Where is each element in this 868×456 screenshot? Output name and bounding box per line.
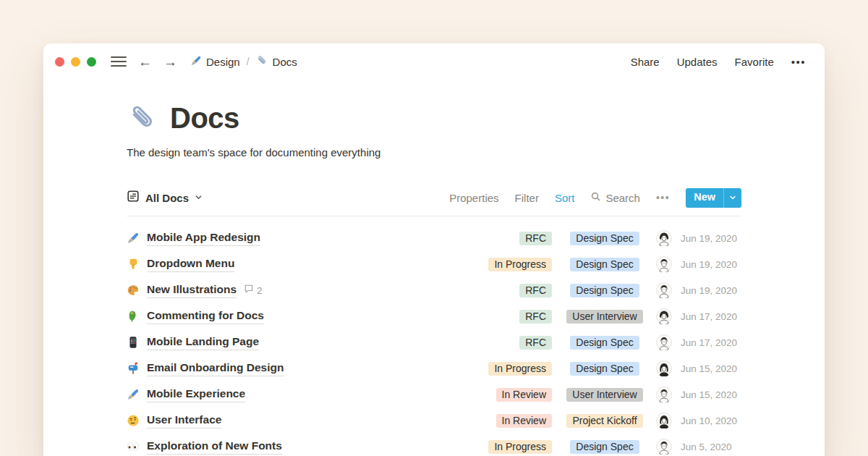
doc-title[interactable]: Dropdown Menu bbox=[147, 257, 234, 272]
doc-title[interactable]: User Interface bbox=[147, 413, 221, 428]
view-toolbar: All Docs Properties Filter Sort Search bbox=[127, 186, 741, 209]
paintbrush-icon bbox=[190, 55, 202, 69]
doc-list-icon bbox=[127, 190, 140, 206]
search-icon bbox=[590, 191, 601, 205]
doc-title[interactable]: Mobile App Redesign bbox=[147, 231, 260, 246]
doc-date[interactable]: Jun 17, 2020 bbox=[681, 337, 741, 348]
status-badge[interactable]: RFC bbox=[519, 336, 552, 350]
eyes-icon bbox=[127, 440, 147, 453]
paintbrush-icon bbox=[127, 388, 147, 401]
status-badge[interactable]: In Progress bbox=[488, 258, 552, 271]
filter-button[interactable]: Filter bbox=[515, 192, 539, 204]
toolbar-more-icon[interactable]: ••• bbox=[656, 192, 670, 203]
breadcrumb-separator: / bbox=[245, 56, 251, 67]
view-switcher[interactable]: All Docs bbox=[127, 190, 203, 206]
type-badge[interactable]: Design Spec bbox=[570, 258, 639, 271]
type-badge[interactable]: User Interview bbox=[566, 310, 642, 324]
breadcrumb-label: Design bbox=[206, 56, 240, 68]
doc-title[interactable]: Mobile Landing Page bbox=[147, 335, 259, 350]
avatar-woman-bob[interactable] bbox=[647, 413, 681, 428]
avatar-woman-headphones[interactable] bbox=[647, 308, 681, 324]
forward-button[interactable]: → bbox=[163, 55, 177, 69]
breadcrumb-item-design[interactable]: Design bbox=[190, 55, 240, 69]
new-button-dropdown[interactable] bbox=[723, 188, 741, 208]
avatar-woman-bob[interactable] bbox=[647, 360, 681, 376]
type-badge[interactable]: Design Spec bbox=[570, 362, 639, 376]
doc-date[interactable]: Jun 17, 2020 bbox=[681, 311, 741, 322]
titlebar-actions: Share Updates Favorite ••• bbox=[631, 56, 806, 68]
status-badge[interactable]: In Progress bbox=[488, 440, 552, 454]
updates-button[interactable]: Updates bbox=[677, 56, 718, 68]
doc-date[interactable]: Jun 19, 2020 bbox=[681, 233, 741, 244]
doc-title[interactable]: Email Onboarding Design bbox=[147, 361, 284, 376]
doc-date[interactable]: Jun 15, 2020 bbox=[681, 389, 741, 400]
chevron-down-icon bbox=[195, 191, 203, 204]
type-badge[interactable]: Project Kickoff bbox=[566, 414, 642, 428]
avatar-man[interactable] bbox=[647, 334, 681, 350]
doc-row[interactable]: Mobile Experience In Review User Intervi… bbox=[127, 381, 741, 408]
doc-date[interactable]: Jun 15, 2020 bbox=[681, 363, 741, 374]
type-badge[interactable]: Design Spec bbox=[570, 284, 639, 297]
search-label: Search bbox=[605, 192, 640, 204]
page-title: Docs bbox=[170, 102, 239, 135]
back-button[interactable]: ← bbox=[138, 55, 152, 69]
status-badge[interactable]: In Review bbox=[496, 414, 552, 428]
avatar-man[interactable] bbox=[647, 387, 681, 402]
type-badge[interactable]: Design Spec bbox=[570, 440, 639, 454]
doc-row[interactable]: Email Onboarding Design In Progress Desi… bbox=[127, 355, 741, 381]
avatar-man[interactable] bbox=[647, 256, 681, 272]
search-button[interactable]: Search bbox=[590, 191, 640, 205]
breadcrumb-item-docs[interactable]: Docs bbox=[256, 54, 297, 69]
avatar-man[interactable] bbox=[647, 282, 681, 298]
new-button[interactable]: New bbox=[686, 188, 741, 208]
doc-date[interactable]: Jun 19, 2020 bbox=[681, 259, 741, 270]
doc-table: Mobile App Redesign RFC Design Spec Jun … bbox=[127, 216, 741, 456]
more-options-icon[interactable]: ••• bbox=[791, 56, 806, 68]
doc-row[interactable]: Commenting for Docs RFC User Interview J… bbox=[127, 303, 741, 329]
doc-date[interactable]: Jun 5, 2020 bbox=[681, 442, 741, 452]
type-badge[interactable]: Design Spec bbox=[570, 232, 639, 245]
doc-title[interactable]: Commenting for Docs bbox=[147, 309, 264, 324]
doc-title[interactable]: New Illustrations bbox=[147, 283, 237, 298]
mailbox-icon bbox=[127, 362, 147, 375]
share-button[interactable]: Share bbox=[631, 56, 660, 68]
status-badge[interactable]: In Progress bbox=[488, 362, 552, 376]
doc-title[interactable]: Exploration of New Fonts bbox=[147, 439, 282, 455]
properties-button[interactable]: Properties bbox=[449, 192, 498, 204]
type-badge[interactable]: Design Spec bbox=[570, 336, 639, 350]
minimize-window-button[interactable] bbox=[71, 57, 80, 67]
sort-button[interactable]: Sort bbox=[555, 192, 575, 204]
favorite-button[interactable]: Favorite bbox=[735, 56, 774, 68]
desktop-background: ← → Design / Docs Share bbox=[0, 0, 868, 456]
doc-title[interactable]: Mobile Experience bbox=[147, 387, 245, 402]
doc-date[interactable]: Jun 10, 2020 bbox=[681, 415, 741, 426]
doc-row[interactable]: Mobile Landing Page RFC Design Spec Jun … bbox=[127, 329, 741, 355]
status-badge[interactable]: In Review bbox=[496, 388, 552, 402]
status-badge[interactable]: RFC bbox=[519, 284, 552, 297]
hand-down-icon bbox=[127, 258, 147, 271]
avatar-woman-headphones[interactable] bbox=[647, 230, 681, 246]
zoom-window-button[interactable] bbox=[87, 57, 96, 67]
close-window-button[interactable] bbox=[55, 57, 64, 67]
new-button-label[interactable]: New bbox=[686, 188, 723, 208]
paperclip-icon bbox=[256, 54, 268, 69]
status-badge[interactable]: RFC bbox=[519, 232, 552, 245]
notion-window: ← → Design / Docs Share bbox=[43, 43, 825, 456]
page-header: Docs bbox=[127, 101, 741, 135]
doc-date[interactable]: Jun 19, 2020 bbox=[681, 285, 741, 296]
status-badge[interactable]: RFC bbox=[519, 310, 552, 324]
traffic-lights bbox=[55, 57, 96, 67]
comment-count: 2 bbox=[257, 285, 263, 296]
doc-row[interactable]: Dropdown Menu In Progress Design Spec Ju… bbox=[127, 251, 741, 277]
avatar-man[interactable] bbox=[647, 439, 681, 455]
raised-eyebrow-face-icon bbox=[127, 414, 147, 427]
doc-row[interactable]: Mobile App Redesign RFC Design Spec Jun … bbox=[127, 225, 741, 251]
comment-indicator[interactable]: 2 bbox=[244, 284, 263, 297]
type-badge[interactable]: User Interview bbox=[566, 388, 642, 402]
sidebar-menu-icon[interactable] bbox=[111, 56, 127, 67]
doc-row[interactable]: User Interface In Review Project Kickoff… bbox=[127, 408, 741, 434]
doc-row[interactable]: Exploration of New Fonts In Progress Des… bbox=[127, 434, 741, 456]
doc-row[interactable]: New Illustrations 2 RFC Design Spec Jun … bbox=[127, 277, 741, 303]
view-label: All Docs bbox=[145, 192, 189, 204]
page-paperclip-icon[interactable] bbox=[127, 101, 160, 135]
